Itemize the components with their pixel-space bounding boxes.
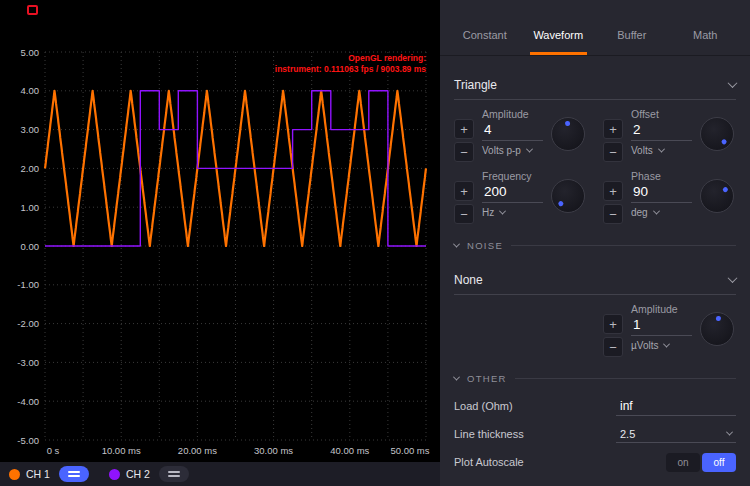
frequency-increment-button[interactable]: + xyxy=(454,181,474,201)
noise-amplitude-unit-select[interactable]: µVolts xyxy=(631,340,692,351)
menu-bar-icon xyxy=(68,471,80,473)
svg-text:10.00 ms: 10.00 ms xyxy=(102,445,141,456)
chevron-down-icon xyxy=(499,208,506,215)
amplitude-decrement-button[interactable]: − xyxy=(454,142,474,162)
menu-bar-icon xyxy=(68,475,80,477)
ch1-label: CH 1 xyxy=(26,468,50,480)
phase-unit-select[interactable]: deg xyxy=(631,207,692,218)
offset-increment-button[interactable]: + xyxy=(603,119,623,139)
menu-bar-icon xyxy=(168,475,180,477)
noise-type-select[interactable]: None xyxy=(454,265,736,295)
frequency-knob[interactable] xyxy=(551,179,585,213)
ch2-color-dot[interactable] xyxy=(109,469,120,480)
load-input[interactable] xyxy=(616,397,736,416)
ch2-label: CH 2 xyxy=(126,468,150,480)
autoscale-on-button[interactable]: on xyxy=(666,453,700,472)
line-thickness-select[interactable]: 2.5 xyxy=(616,426,736,443)
amplitude-control: + − Amplitude 4 Volts p-p xyxy=(454,108,587,162)
svg-text:50.00 ms: 50.00 ms xyxy=(390,445,429,456)
tab-math[interactable]: Math xyxy=(669,0,743,55)
signal-type-tabs: Constant Waveform Buffer Math xyxy=(440,0,750,56)
svg-text:5.00: 5.00 xyxy=(21,47,40,58)
knob-indicator-dot xyxy=(722,186,729,193)
frequency-decrement-button[interactable]: − xyxy=(454,204,474,224)
frequency-value[interactable]: 200 xyxy=(482,182,543,203)
amplitude-increment-button[interactable]: + xyxy=(454,119,474,139)
noise-amplitude-decrement-button[interactable]: − xyxy=(603,337,623,357)
phase-control: + − Phase 90 deg xyxy=(603,170,736,224)
frequency-unit-select[interactable]: Hz xyxy=(482,207,543,218)
svg-text:30.00 ms: 30.00 ms xyxy=(254,445,293,456)
svg-text:-1.00: -1.00 xyxy=(17,279,39,290)
opengl-warning-icon xyxy=(27,5,38,15)
phase-increment-button[interactable]: + xyxy=(603,181,623,201)
frequency-control: + − Frequency 200 Hz xyxy=(454,170,587,224)
chevron-down-icon xyxy=(663,341,670,348)
noise-section-header[interactable]: NOISE xyxy=(454,240,736,251)
svg-text:40.00 ms: 40.00 ms xyxy=(330,445,369,456)
amplitude-label: Amplitude xyxy=(482,108,543,120)
amplitude-knob[interactable] xyxy=(551,117,585,151)
waveform-type-value: Triangle xyxy=(454,78,497,92)
phase-value[interactable]: 90 xyxy=(631,182,692,203)
line-thickness-row: Line thickness 2.5 xyxy=(454,420,736,448)
load-label: Load (Ohm) xyxy=(454,400,513,412)
noise-amplitude-knob[interactable] xyxy=(700,312,734,346)
phase-decrement-button[interactable]: − xyxy=(603,204,623,224)
svg-text:3.00: 3.00 xyxy=(21,124,40,135)
collapse-chevron-icon xyxy=(453,241,460,248)
chevron-down-icon xyxy=(728,273,738,283)
amplitude-value[interactable]: 4 xyxy=(482,120,543,141)
plot-autoscale-label: Plot Autoscale xyxy=(454,456,524,468)
waveform-type-select[interactable]: Triangle xyxy=(454,70,736,100)
offset-unit-select[interactable]: Volts xyxy=(631,145,692,156)
tab-constant[interactable]: Constant xyxy=(448,0,522,55)
svg-text:1.00: 1.00 xyxy=(21,202,40,213)
frequency-unit-value: Hz xyxy=(482,207,494,218)
chevron-down-icon xyxy=(658,146,665,153)
offset-label: Offset xyxy=(631,108,692,120)
phase-unit-value: deg xyxy=(631,207,648,218)
knob-indicator-dot xyxy=(715,316,720,321)
noise-type-value: None xyxy=(454,273,483,287)
noise-section-label: NOISE xyxy=(467,240,503,251)
plot-autoscale-toggle: on off xyxy=(666,453,736,472)
noise-amplitude-value[interactable]: 1 xyxy=(631,315,692,336)
ch2-settings-icon[interactable] xyxy=(159,466,189,482)
tab-buffer[interactable]: Buffer xyxy=(595,0,669,55)
noise-amplitude-unit-value: µVolts xyxy=(631,340,658,351)
svg-text:0 s: 0 s xyxy=(47,445,60,456)
phase-knob[interactable] xyxy=(700,179,734,213)
svg-text:-3.00: -3.00 xyxy=(17,357,39,368)
svg-text:4.00: 4.00 xyxy=(21,85,40,96)
autoscale-off-button[interactable]: off xyxy=(702,453,736,472)
chevron-down-icon xyxy=(526,146,533,153)
signal-generator-window: 5.004.003.002.001.000.00-1.00-2.00-3.00-… xyxy=(0,0,750,486)
noise-amplitude-increment-button[interactable]: + xyxy=(603,314,623,334)
chevron-down-icon xyxy=(728,78,738,88)
other-section-label: OTHER xyxy=(467,373,507,384)
amplitude-unit-select[interactable]: Volts p-p xyxy=(482,145,543,156)
svg-text:20.00 ms: 20.00 ms xyxy=(178,445,217,456)
offset-knob[interactable] xyxy=(700,117,734,151)
knob-indicator-dot xyxy=(721,138,728,145)
offset-decrement-button[interactable]: − xyxy=(603,142,623,162)
line-thickness-value: 2.5 xyxy=(620,428,635,440)
other-section-header[interactable]: OTHER xyxy=(454,373,736,384)
channel-bar: CH 1 CH 2 xyxy=(0,462,440,486)
tab-waveform[interactable]: Waveform xyxy=(522,0,596,55)
svg-text:2.00: 2.00 xyxy=(21,163,40,174)
svg-text:-2.00: -2.00 xyxy=(17,318,39,329)
svg-text:-5.00: -5.00 xyxy=(17,435,39,446)
frequency-label: Frequency xyxy=(482,170,543,182)
ch1-settings-icon[interactable] xyxy=(59,466,89,482)
svg-text:0.00: 0.00 xyxy=(21,241,40,252)
ch1-color-dot[interactable] xyxy=(9,469,20,480)
noise-amplitude-label: Amplitude xyxy=(631,303,692,315)
waveform-controls: + − Amplitude 4 Volts p-p + xyxy=(440,100,750,224)
chevron-down-icon xyxy=(726,429,733,436)
plot-autoscale-row: Plot Autoscale on off xyxy=(454,448,736,476)
offset-control: + − Offset 2 Volts xyxy=(603,108,736,162)
opengl-status-line1: OpenGL rendering: xyxy=(275,53,426,64)
offset-value[interactable]: 2 xyxy=(631,120,692,141)
